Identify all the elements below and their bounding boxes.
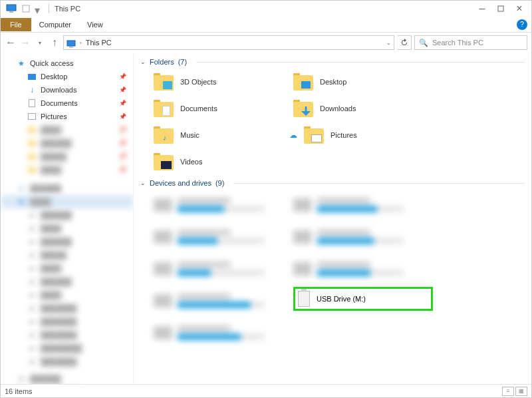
sidebar-item-blurred[interactable]: ●██████ [1, 182, 133, 195]
address-bar: ← → ▾ ↑ › This PC ⌄ 🔍 Search This PC [1, 33, 531, 53]
sidebar-item-blurred[interactable]: ■███████ [1, 301, 133, 315]
sidebar-item-blurred[interactable]: █████📌 [1, 150, 133, 163]
sidebar-item-blurred[interactable]: ■████ [1, 262, 133, 275]
sidebar-item-blurred[interactable]: ■███████ [1, 355, 133, 368]
folder-icon [154, 73, 174, 91]
minimize-button[interactable]: – [473, 1, 491, 17]
sidebar-item-blurred[interactable]: ■████ [1, 222, 133, 235]
content-pane: ⌄ Folders (7) 3D Objects Desktop Documen… [134, 53, 531, 384]
search-input[interactable]: 🔍 Search This PC [414, 35, 527, 50]
window-title: This PC [55, 5, 80, 13]
search-placeholder: Search This PC [432, 39, 483, 47]
divider [233, 183, 525, 184]
view-details-button[interactable]: ≡ [502, 387, 514, 396]
sidebar-item-blurred[interactable]: ■██████ [1, 372, 133, 384]
sidebar-item-blurred[interactable]: ■████ [1, 288, 133, 301]
chevron-down-icon: ⌄ [140, 180, 146, 186]
folder-videos[interactable]: Videos [154, 150, 293, 174]
title-bar: ▾ This PC – × [1, 1, 531, 17]
folder-label: Videos [180, 158, 202, 166]
sidebar-label: Pictures [41, 112, 67, 120]
folder-music[interactable]: ♪ Music [154, 123, 293, 147]
maximize-button[interactable] [491, 1, 510, 17]
drive-blurred[interactable] [293, 255, 433, 283]
status-bar: 16 items ≡ ▦ [1, 384, 531, 397]
svg-rect-0 [7, 5, 16, 11]
sidebar-item-blurred[interactable]: ■███████ [1, 328, 133, 341]
cloud-icon: ☁ [289, 130, 297, 140]
divider [196, 62, 525, 63]
drive-blurred[interactable] [154, 191, 293, 219]
group-count: (7) [178, 58, 187, 66]
status-item-count: 16 items [5, 387, 33, 395]
drive-blurred[interactable] [154, 255, 293, 283]
sidebar-item-downloads[interactable]: ↓ Downloads 📌 [1, 83, 133, 97]
drive-blurred[interactable] [154, 319, 293, 347]
folder-documents[interactable]: Documents [154, 97, 293, 120]
folder-label: Documents [180, 104, 217, 112]
sidebar-item-blurred[interactable]: ████📌 [1, 163, 133, 176]
back-button[interactable]: ← [5, 37, 17, 49]
sidebar-label: Documents [41, 99, 78, 107]
drive-blurred[interactable] [154, 223, 293, 251]
sidebar-item-blurred[interactable]: ████📌 [1, 123, 133, 136]
sidebar-item-blurred[interactable]: ██████📌 [1, 136, 133, 150]
sidebar-item-blurred[interactable]: ■██████ [1, 275, 133, 288]
sidebar-item-blurred[interactable]: ■████████ [1, 341, 133, 355]
drive-blurred[interactable] [293, 223, 433, 251]
sidebar-item-desktop[interactable]: Desktop 📌 [1, 70, 133, 83]
pin-icon: 📌 [119, 73, 126, 80]
up-button[interactable]: ↑ [49, 37, 61, 49]
folder-downloads[interactable]: Downloads [293, 97, 433, 120]
sidebar-item-blurred[interactable]: ■██████ [1, 208, 133, 222]
refresh-button[interactable] [397, 35, 412, 50]
breadcrumb-this-pc[interactable]: This PC [86, 39, 112, 47]
search-icon: 🔍 [419, 39, 428, 47]
tab-view[interactable]: View [79, 18, 111, 31]
recent-dropdown-icon[interactable]: ▾ [34, 37, 46, 49]
forward-button[interactable]: → [19, 37, 31, 49]
sidebar-item-documents[interactable]: Documents 📌 [1, 97, 133, 110]
svg-rect-2 [23, 5, 29, 12]
pin-icon: 📌 [119, 87, 126, 93]
drive-usb-m[interactable]: USB Drive (M:) [293, 287, 433, 311]
folder-icon [154, 100, 174, 117]
folder-icon [304, 126, 324, 144]
sidebar-item-blurred-selected[interactable]: ■████ [1, 195, 133, 208]
separator [49, 4, 49, 13]
folder-label: Downloads [320, 104, 356, 112]
pictures-icon [27, 112, 37, 121]
this-pc-icon [66, 39, 76, 47]
folder-label: Desktop [320, 78, 346, 86]
sidebar-item-blurred[interactable]: ■█████ [1, 248, 133, 262]
address-box[interactable]: › This PC ⌄ [63, 35, 394, 50]
qat-dropdown-icon[interactable]: ▾ [35, 4, 44, 13]
close-button[interactable]: × [510, 1, 529, 17]
group-header-drives[interactable]: ⌄ Devices and drives (9) [140, 179, 525, 187]
sidebar-label: Quick access [30, 59, 73, 67]
drive-blurred[interactable] [293, 191, 433, 219]
navigation-pane: ★ Quick access Desktop 📌 ↓ Downloads 📌 D… [1, 53, 134, 384]
sidebar-item-pictures[interactable]: Pictures 📌 [1, 110, 133, 123]
group-header-folders[interactable]: ⌄ Folders (7) [140, 58, 525, 66]
group-label: Devices and drives [150, 179, 211, 187]
folder-pictures[interactable]: ☁ Pictures [293, 123, 433, 147]
sidebar-label: Downloads [41, 86, 76, 94]
folder-desktop[interactable]: Desktop [293, 70, 433, 94]
sidebar-item-blurred[interactable]: ■██████ [1, 235, 133, 248]
sidebar-item-blurred[interactable]: ■███████ [1, 315, 133, 328]
view-tiles-button[interactable]: ▦ [515, 387, 527, 396]
folder-3d-objects[interactable]: 3D Objects [154, 70, 293, 94]
drive-blurred[interactable] [154, 287, 293, 315]
folder-label: Music [180, 131, 200, 139]
help-icon[interactable]: ? [517, 19, 527, 30]
address-dropdown-icon[interactable]: ⌄ [386, 40, 391, 46]
chevron-right-icon: › [80, 40, 82, 46]
tab-file[interactable]: File [1, 18, 31, 31]
folder-icon [293, 73, 313, 91]
folder-icon [154, 153, 174, 170]
tab-computer[interactable]: Computer [31, 18, 79, 31]
this-pc-icon [6, 4, 17, 13]
sidebar-item-quick-access[interactable]: ★ Quick access [1, 57, 133, 70]
ribbon: File Computer View ? [1, 17, 531, 33]
